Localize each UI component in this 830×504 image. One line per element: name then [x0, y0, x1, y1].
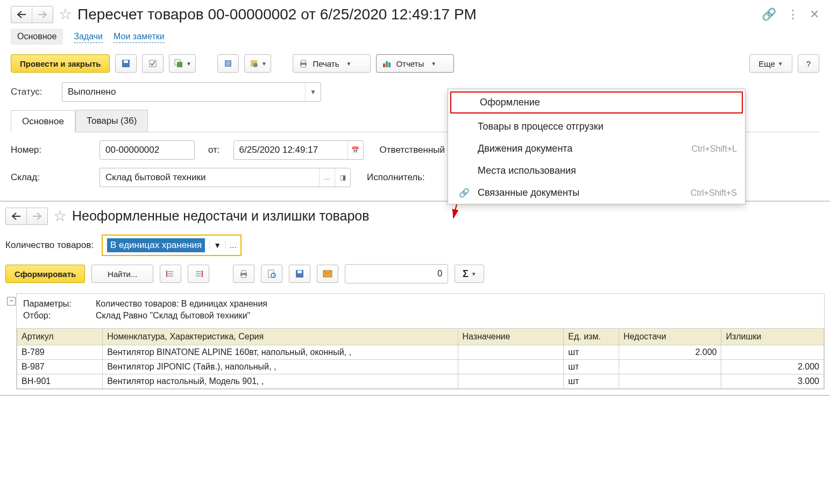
svg-rect-4: [177, 62, 182, 67]
post-close-button[interactable]: Провести и закрыть: [11, 54, 110, 73]
menu-item-shipping[interactable]: Товары в процессе отгрузки: [448, 116, 745, 138]
filter-value: Склад Равно "Склад бытовой техники": [96, 311, 250, 321]
preview-button[interactable]: [261, 265, 282, 283]
save-button[interactable]: [115, 54, 137, 73]
sum-button[interactable]: Σ▼: [455, 265, 484, 283]
chart-icon: [382, 59, 392, 68]
link-docs-icon: 🔗: [456, 188, 472, 198]
warehouse-field[interactable]: Склад бытовой техники: [100, 172, 319, 183]
print-button[interactable]: Печать▼: [293, 54, 371, 73]
collapse-button[interactable]: [188, 265, 209, 283]
svg-rect-15: [386, 61, 388, 67]
sw-save-button[interactable]: [289, 265, 310, 283]
svg-rect-16: [388, 62, 391, 67]
forward-button[interactable]: [32, 6, 53, 23]
top-tab-tasks[interactable]: Задачи: [74, 31, 103, 43]
status-label: Статус:: [11, 87, 54, 97]
sw-nav-buttons: [5, 208, 48, 225]
tab-main[interactable]: Основное: [11, 110, 75, 132]
svg-rect-13: [301, 65, 306, 67]
svg-rect-1: [124, 60, 128, 63]
print-icon: [299, 59, 308, 68]
more-icon[interactable]: ⋮: [787, 8, 799, 22]
qty-dropdown[interactable]: ▼: [209, 241, 225, 250]
expand-button[interactable]: [160, 265, 181, 283]
status-value[interactable]: Выполнено: [62, 87, 305, 97]
filter-label: Отбор:: [23, 311, 85, 321]
tab-goods[interactable]: Товары (36): [75, 110, 148, 132]
svg-rect-26: [242, 275, 246, 278]
qty-ellipsis[interactable]: …: [225, 241, 240, 250]
post-button[interactable]: [142, 54, 164, 73]
warehouse-label: Склад:: [11, 172, 91, 183]
col-unit: Ед. изм.: [564, 329, 619, 345]
executor-label: Исполнитель:: [367, 172, 425, 183]
reports-menu: Оформление Товары в процессе отгрузки Дв…: [448, 89, 746, 204]
qty-value: В единицах хранения: [107, 238, 205, 252]
qty-field[interactable]: В единицах хранения ▼ …: [102, 235, 242, 256]
table-row[interactable]: В-987Вентилятор JIPONIC (Тайв.), напольн…: [17, 360, 824, 374]
help-button[interactable]: ?: [798, 54, 819, 73]
more-button[interactable]: Еще▼: [749, 54, 792, 73]
menu-item-usage[interactable]: Места использования: [448, 160, 745, 182]
col-short: Недостачи: [619, 329, 721, 345]
nav-buttons: [11, 6, 53, 23]
params-label: Параметры:: [23, 299, 85, 309]
open-button[interactable]: ◨: [335, 168, 350, 187]
date-field[interactable]: 6/25/2020 12:49:17: [234, 145, 347, 155]
svg-point-10: [253, 63, 258, 67]
sw-title: Неоформленные недостачи и излишки товаро…: [72, 208, 370, 224]
count-field[interactable]: 0: [345, 264, 448, 283]
number-field[interactable]: 00-00000002: [100, 145, 194, 155]
number-label: Номер:: [11, 145, 91, 155]
col-dest: Назначение: [458, 329, 564, 345]
svg-rect-12: [301, 60, 306, 63]
report-table: Артикул Номенклатура, Характеристика, Се…: [17, 328, 824, 389]
menu-item-movements[interactable]: Движения документа Ctrl+Shift+L: [448, 138, 745, 160]
col-article: Артикул: [17, 329, 103, 345]
find-button[interactable]: Найти...: [91, 265, 153, 283]
report-area: − Параметры:Количество товаров: В единиц…: [16, 293, 825, 389]
calendar-icon[interactable]: 📅: [347, 141, 363, 159]
generate-button[interactable]: Сформировать: [5, 265, 85, 283]
status-dropdown[interactable]: ▼: [305, 83, 321, 101]
table-row[interactable]: ВН-901Вентилятор настольный, Модель 901,…: [17, 374, 824, 389]
reports-button[interactable]: Отчеты▼: [376, 54, 454, 73]
svg-rect-25: [242, 271, 246, 273]
params-value: Количество товаров: В единицах хранения: [96, 299, 267, 309]
responsible-label: Ответственный: [380, 145, 445, 155]
menu-item-linked[interactable]: 🔗Связанные документы Ctrl+Shift+S: [448, 182, 745, 204]
list-button[interactable]: [217, 54, 239, 73]
settings-button[interactable]: ▼: [244, 54, 271, 73]
favorite-icon[interactable]: ☆: [59, 5, 72, 23]
menu-item-design[interactable]: Оформление: [450, 91, 743, 113]
mail-button[interactable]: [317, 265, 338, 283]
top-tab-notes[interactable]: Мои заметки: [113, 31, 165, 43]
link-icon[interactable]: 🔗: [762, 8, 776, 22]
page-title: Пересчет товаров 00-00000002 от 6/25/202…: [77, 6, 756, 23]
sw-back-button[interactable]: [6, 208, 27, 224]
sw-print-button[interactable]: [233, 265, 254, 283]
sw-favorite-icon[interactable]: ☆: [53, 207, 67, 225]
close-icon[interactable]: ✕: [810, 8, 819, 22]
based-on-button[interactable]: ▼: [169, 54, 196, 73]
collapse-toggle[interactable]: −: [7, 297, 16, 306]
qty-label: Количество товаров:: [5, 240, 94, 251]
svg-rect-14: [383, 63, 385, 67]
from-label: от:: [208, 145, 220, 155]
col-name: Номенклатура, Характеристика, Серия: [103, 329, 458, 345]
top-tab-main[interactable]: Основное: [11, 29, 63, 45]
table-row[interactable]: В-789Вентилятор BINATONE ALPINE 160вт, н…: [17, 345, 824, 360]
sw-forward-button[interactable]: [27, 208, 47, 224]
back-button[interactable]: [11, 6, 32, 23]
ellipsis-button[interactable]: …: [319, 168, 335, 187]
svg-rect-30: [297, 271, 302, 273]
col-over: Излишки: [721, 329, 824, 345]
